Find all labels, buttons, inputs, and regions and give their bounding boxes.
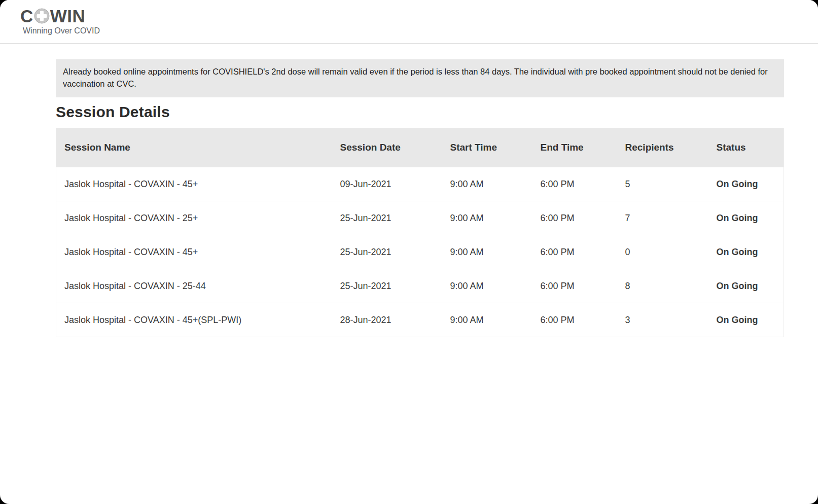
column-header-recipients: Recipients (625, 128, 717, 167)
cell-end-time: 6:00 PM (541, 167, 625, 201)
cell-status: On Going (717, 167, 784, 201)
column-header-end-time: End Time (541, 128, 625, 167)
cell-end-time: 6:00 PM (541, 235, 625, 269)
cell-session-date: 28-Jun-2021 (340, 303, 450, 337)
cell-end-time: 6:00 PM (541, 303, 625, 337)
page-title: Session Details (56, 103, 784, 121)
cell-session-name: Jaslok Hospital - COVAXIN - 25-44 (56, 269, 340, 303)
main-content: Already booked online appointments for C… (56, 59, 784, 337)
table-row[interactable]: Jaslok Hospital - COVAXIN - 45+ 25-Jun-2… (56, 235, 784, 269)
table-row[interactable]: Jaslok Hospital - COVAXIN - 45+ 09-Jun-2… (56, 167, 784, 201)
cell-recipients: 7 (625, 201, 717, 235)
table-row[interactable]: Jaslok Hospital - COVAXIN - 25+ 25-Jun-2… (56, 201, 784, 235)
column-header-status: Status (717, 128, 784, 167)
cell-status: On Going (717, 303, 784, 337)
cell-recipients: 5 (625, 167, 717, 201)
cell-start-time: 9:00 AM (450, 269, 541, 303)
cell-session-date: 25-Jun-2021 (340, 201, 450, 235)
sessions-table-header: Session Name Session Date Start Time End… (56, 128, 784, 167)
cell-start-time: 9:00 AM (450, 167, 541, 201)
cell-status: On Going (717, 201, 784, 235)
cell-session-name: Jaslok Hospital - COVAXIN - 25+ (56, 201, 340, 235)
column-header-session-date: Session Date (340, 128, 450, 167)
table-row[interactable]: Jaslok Hospital - COVAXIN - 25-44 25-Jun… (56, 269, 784, 303)
cell-recipients: 8 (625, 269, 717, 303)
cell-end-time: 6:00 PM (541, 201, 625, 235)
sessions-table-body: Jaslok Hospital - COVAXIN - 45+ 09-Jun-2… (56, 167, 784, 337)
cell-start-time: 9:00 AM (450, 235, 541, 269)
cell-start-time: 9:00 AM (450, 201, 541, 235)
cell-session-name: Jaslok Hospital - COVAXIN - 45+ (56, 235, 340, 269)
logo-row: C WIN (20, 7, 818, 25)
notice-banner: Already booked online appointments for C… (56, 59, 784, 97)
logo-tagline: Winning Over COVID (23, 26, 818, 35)
app-header: C WIN Winning Over COVID (0, 0, 818, 44)
sessions-table: Session Name Session Date Start Time End… (56, 128, 784, 337)
cell-session-date: 25-Jun-2021 (340, 269, 450, 303)
cell-end-time: 6:00 PM (541, 269, 625, 303)
table-row[interactable]: Jaslok Hospital - COVAXIN - 45+(SPL-PWI)… (56, 303, 784, 337)
logo-text-c: C (20, 7, 33, 25)
cowin-logo[interactable]: C WIN Winning Over COVID (20, 7, 818, 35)
cell-recipients: 0 (625, 235, 717, 269)
cell-session-name: Jaslok Hospital - COVAXIN - 45+(SPL-PWI) (56, 303, 340, 337)
cell-start-time: 9:00 AM (450, 303, 541, 337)
column-header-start-time: Start Time (450, 128, 541, 167)
plus-circle-icon (34, 8, 50, 24)
logo-text-win: WIN (50, 7, 86, 25)
cell-recipients: 3 (625, 303, 717, 337)
cell-session-date: 25-Jun-2021 (340, 235, 450, 269)
column-header-session-name: Session Name (56, 128, 340, 167)
cell-status: On Going (717, 269, 784, 303)
cell-session-date: 09-Jun-2021 (340, 167, 450, 201)
cell-session-name: Jaslok Hospital - COVAXIN - 45+ (56, 167, 340, 201)
cell-status: On Going (717, 235, 784, 269)
header-row: Session Name Session Date Start Time End… (56, 128, 784, 167)
cowin-app-window: C WIN Winning Over COVID Already booked … (0, 0, 818, 504)
